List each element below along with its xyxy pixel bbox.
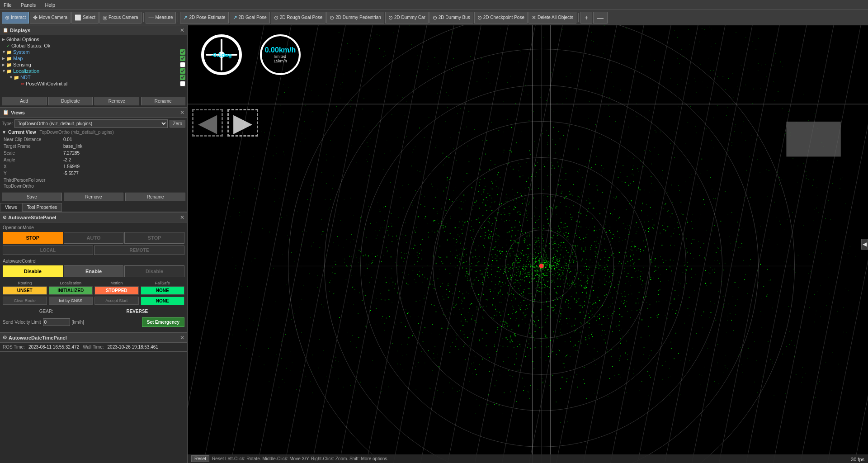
failsafe-col: FailSafe NONE NONE	[141, 281, 185, 305]
checkbox-pose-with-cov[interactable]	[180, 81, 185, 86]
autoware-state-close-button[interactable]: ✕	[180, 214, 184, 221]
viewport[interactable]: -0.1deg 0.00km/h limited15km/h ◀ ▶	[188, 25, 868, 463]
ctrl-enable-button[interactable]: Enable	[64, 265, 124, 277]
tool-2d-dummy-bus[interactable]: ⊙ 2D Dummy Bus	[429, 12, 473, 24]
toolbar-plus[interactable]: +	[580, 12, 592, 24]
left-panel: 📋 Displays ✕ ▶ Global Options ✓ Global S…	[0, 25, 188, 463]
ctrl-disable-button[interactable]: Disable	[3, 265, 63, 277]
tree-item-ndt[interactable]: ▼ 📁 NDT	[0, 74, 187, 80]
zero-button[interactable]: Zero	[170, 120, 185, 128]
accept-start-button[interactable]: Accept Start	[94, 297, 139, 305]
datetime-close-button[interactable]: ✕	[180, 335, 184, 341]
datetime-section: ⊙ AutowareDateTimePanel ✕ ROS Time: 2023…	[0, 333, 187, 352]
autoware-state-section: ⊙ AutowareStatePanel ✕ OperationMode STO…	[0, 213, 187, 333]
tree-item-pose-with-cov[interactable]: ✏ PoseWithCovInitial	[0, 80, 187, 87]
clear-route-button[interactable]: Clear Route	[3, 297, 47, 305]
tool-measure[interactable]: — Measure	[146, 12, 176, 24]
displays-rename-button[interactable]: Rename	[141, 97, 186, 105]
reset-button[interactable]: Reset	[191, 455, 209, 462]
views-rename-button[interactable]: Rename	[125, 193, 185, 201]
set-emergency-button[interactable]: Set Emergency	[142, 317, 184, 327]
status-grid: Routing UNSET Clear Route Localization I…	[3, 281, 184, 305]
steering-wheel-container: -0.1deg	[201, 34, 242, 75]
op-local-button[interactable]: LOCAL	[3, 246, 93, 255]
failsafe-badge2: NONE	[141, 297, 185, 305]
tree-item-map[interactable]: ▶ 📁 Map	[0, 55, 187, 61]
view-type-select[interactable]: TopDownOrtho (rviz_default_plugins)	[14, 119, 168, 128]
displays-close-button[interactable]: ✕	[180, 27, 184, 33]
view-list-item-topdown[interactable]: TopDownOrtho	[2, 183, 185, 189]
tool-2d-goal-pose[interactable]: ↗ 2D Goal Pose	[230, 12, 270, 24]
tree-label-localization: Localization	[13, 68, 180, 74]
tool-2d-dummy-car[interactable]: ⊙ 2D Dummy Car	[385, 12, 429, 24]
tool-2d-checkpoint-pose[interactable]: ⊙ 2D Checkpoint Pose	[474, 12, 528, 24]
tab-tool-properties[interactable]: Tool Properties	[22, 203, 62, 212]
view-field-y: Y -5.5577	[3, 170, 184, 176]
view-field-angle: Angle -2.2	[3, 157, 184, 163]
checkbox-ndt[interactable]	[180, 75, 185, 80]
tree-arrow-sensing: ▶	[2, 62, 6, 67]
init-gnss-button[interactable]: Init by GNSS	[49, 297, 93, 305]
displays-remove-button[interactable]: Remove	[94, 97, 139, 105]
right-panel-expand-button[interactable]: ◀	[861, 239, 868, 250]
dummy-bus-icon: ⊙	[433, 14, 437, 21]
tree-label-sensing: Sensing	[13, 62, 180, 67]
steering-value: -0.1deg	[211, 52, 232, 58]
tool-delete-all-objects[interactable]: ✕ Delete All Objects	[528, 12, 576, 24]
folder-icon-system: 📁	[6, 50, 12, 55]
menu-panels[interactable]: Panels	[19, 1, 38, 9]
op-auto-button[interactable]: AUTO	[64, 232, 124, 244]
tab-views[interactable]: Views	[0, 203, 22, 212]
displays-add-button[interactable]: Add	[2, 97, 47, 105]
tree-item-global-status[interactable]: ✓ Global Status: Ok	[0, 43, 187, 49]
velocity-unit: [km/h]	[72, 320, 84, 325]
tool-interact[interactable]: ⊕ Interact	[2, 12, 29, 24]
tree-label-map: Map	[13, 56, 180, 61]
tree-item-global-options[interactable]: ▶ Global Options	[0, 36, 187, 43]
routing-label: Routing	[3, 281, 47, 285]
op-stop2-button[interactable]: STOP	[124, 232, 184, 244]
tree-arrow-system: ▼	[2, 50, 6, 54]
select-icon: ⬜	[75, 14, 81, 21]
tree-item-localization[interactable]: ▼ 📁 Localization	[0, 68, 187, 74]
tool-select[interactable]: ⬜ Select	[71, 12, 99, 24]
gear-row: GEAR: REVERSE	[3, 309, 184, 314]
views-close-button[interactable]: ✕	[180, 109, 184, 116]
menu-file[interactable]: File	[2, 1, 14, 9]
gear-label: GEAR:	[39, 309, 53, 314]
checkbox-system[interactable]	[180, 49, 185, 55]
tool-move-camera[interactable]: ✥ Move Camera	[30, 12, 71, 24]
view-field-label-target-frame: Target Frame	[3, 143, 61, 149]
op-remote-button[interactable]: REMOTE	[94, 246, 184, 255]
views-save-button[interactable]: Save	[2, 193, 62, 201]
motion-col: Motion STOPPED Accept Start	[94, 281, 139, 305]
tree-arrow-map: ▶	[2, 56, 6, 61]
tree-item-system[interactable]: ▼ 📁 System	[0, 49, 187, 55]
datetime-header: ⊙ AutowareDateTimePanel ✕	[0, 333, 187, 343]
current-view-plugin: TopDownOrtho (rviz_default_plugins)	[39, 130, 114, 135]
checkbox-map[interactable]	[180, 56, 185, 61]
move-camera-icon: ✥	[33, 14, 38, 21]
main-layout: 📋 Displays ✕ ▶ Global Options ✓ Global S…	[0, 25, 868, 463]
checkbox-localization[interactable]	[180, 68, 185, 74]
op-stop-button[interactable]: STOP	[3, 232, 63, 244]
localization-col: Localization INITIALIZED Init by GNSS	[49, 281, 93, 305]
views-header: 📋 Views ✕	[0, 108, 187, 118]
view-list-item-third-person[interactable]: ThirdPersonFollower	[2, 177, 185, 183]
views-remove-button[interactable]: Remove	[64, 193, 124, 201]
displays-title: 📋 Displays	[3, 28, 30, 33]
tool-2d-dummy-pedestrian[interactable]: ⊙ 2D Dummy Pedestrian	[326, 12, 384, 24]
fps-counter: 30 fps	[851, 457, 864, 462]
velocity-input[interactable]	[43, 318, 70, 326]
tool-2d-pose-estimate[interactable]: ↗ 2D Pose Estimate	[180, 12, 228, 24]
displays-duplicate-button[interactable]: Duplicate	[48, 97, 93, 105]
ctrl-disable2-button[interactable]: Disable	[124, 265, 184, 277]
toolbar-minus[interactable]: —	[593, 12, 608, 24]
menu-help[interactable]: Help	[43, 1, 57, 9]
tree-item-sensing[interactable]: ▶ 📁 Sensing	[0, 61, 187, 68]
checkbox-sensing[interactable]	[180, 62, 185, 67]
displays-header: 📋 Displays ✕	[0, 25, 187, 35]
tool-2d-rough-goal-pose[interactable]: ⊙ 2D Rough Goal Pose	[271, 12, 326, 24]
tool-focus-camera[interactable]: ◎ Focus Camera	[99, 12, 142, 24]
toolbar: ⊕ Interact ✥ Move Camera ⬜ Select ◎ Focu…	[0, 10, 868, 25]
